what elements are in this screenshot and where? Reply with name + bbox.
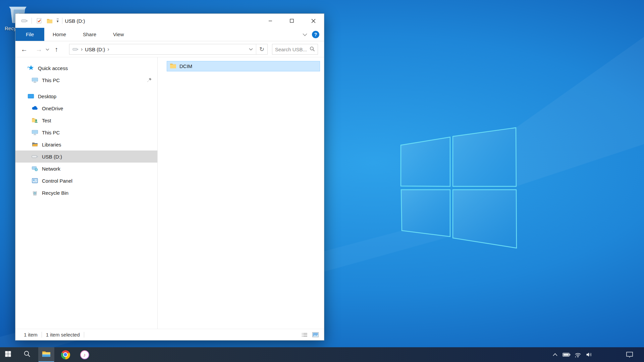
address-dropdown-chevron-icon[interactable] [246,44,256,54]
breadcrumb-chevron-icon[interactable]: › [81,46,83,52]
taskbar: ♪ [0,347,644,362]
navigation-bar: ← → ↑ › USB (D:) › ↻ [15,41,324,57]
taskbar-chrome-button[interactable] [57,347,73,362]
help-button[interactable]: ? [312,31,319,38]
search-box[interactable] [272,44,318,55]
sidebar-item-this-pc[interactable]: This PC [15,126,157,138]
sidebar-item-recycle-bin[interactable]: Recycle Bin [15,187,157,199]
window-main: Quick access This PC Desktop [15,57,324,329]
action-center-icon[interactable] [622,351,637,358]
network-icon [32,165,38,172]
ribbon-tabs: File Home Share View ? [15,28,324,41]
quick-access-star-icon [28,65,34,71]
file-item-name: DCIM [179,63,192,69]
large-icons-view-button[interactable] [311,331,319,339]
window-usb-drive-icon [21,17,28,24]
sidebar-item-control-panel[interactable]: Control Panel [15,175,157,187]
file-explorer-icon [42,351,51,359]
divider [84,332,84,338]
new-folder-button[interactable] [46,17,53,24]
sidebar-item-libraries[interactable]: Libraries [15,138,157,150]
sidebar-item-onedrive[interactable]: OneDrive [15,102,157,114]
breadcrumb-chevron-icon[interactable]: › [107,46,109,52]
up-button[interactable]: ↑ [55,46,58,53]
sidebar-item-usb-drive[interactable]: USB (D:) [15,150,157,163]
system-tray [549,347,644,362]
details-view-button[interactable] [301,331,309,339]
divider [62,18,62,24]
file-item-dcim[interactable]: DCIM [167,61,320,71]
battery-icon[interactable] [561,352,572,357]
libraries-icon [32,141,38,148]
search-icon [23,350,31,359]
navigation-pane: Quick access This PC Desktop [15,57,158,329]
quick-access-toolbar: ▾ [15,17,62,24]
divider [42,332,42,338]
status-bar: 1 item 1 item selected [15,329,324,340]
wifi-icon[interactable] [572,352,584,358]
file-explorer-window: ▾ USB (D:) File Home Share View ? [15,13,324,341]
item-count: 1 item [24,332,38,338]
search-icon[interactable] [310,46,315,53]
window-title: USB (D:) [65,18,85,24]
maximize-button[interactable] [281,14,303,28]
back-button[interactable]: ← [21,46,28,53]
taskbar-search-button[interactable] [19,347,35,362]
folder-icon [170,63,176,70]
start-button[interactable] [0,347,16,362]
usb-drive-icon [32,153,38,160]
recent-locations-chevron-icon[interactable] [46,46,49,52]
tab-home[interactable]: Home [44,28,74,41]
breadcrumb-segment[interactable]: USB (D:) [85,47,105,52]
sidebar-item-desktop[interactable]: Desktop [15,90,157,102]
customize-qat-dropdown-icon[interactable]: ▾ [57,19,59,23]
view-toggles [301,331,319,339]
tab-view[interactable]: View [105,28,132,41]
titlebar[interactable]: ▾ USB (D:) [15,14,324,28]
window-controls [260,14,324,28]
taskbar-file-explorer-button[interactable] [38,347,54,362]
sidebar-item-test[interactable]: Test [15,114,157,126]
itunes-icon: ♪ [80,350,89,359]
sidebar-item-this-pc-pinned[interactable]: This PC [15,74,157,86]
ribbon-right-controls: ? [303,28,319,41]
user-folder-icon [32,117,38,124]
expand-ribbon-chevron-icon[interactable] [303,32,307,38]
hidden-icons-chevron-icon[interactable] [549,353,561,356]
sidebar-item-network[interactable]: Network [15,163,157,175]
onedrive-cloud-icon [32,105,38,112]
address-usb-drive-icon [72,47,78,52]
properties-button[interactable] [35,17,43,24]
tab-share[interactable]: Share [74,28,105,41]
volume-icon[interactable] [584,352,595,357]
selection-status: 1 item selected [46,332,80,338]
search-input[interactable] [275,47,308,52]
computer-icon [32,129,38,136]
taskbar-itunes-button[interactable]: ♪ [76,347,93,362]
divider [32,18,32,24]
sidebar-item-quick-access[interactable]: Quick access [15,62,157,74]
control-panel-icon [32,177,38,184]
breadcrumb[interactable]: › USB (D:) › [69,44,246,54]
minimize-button[interactable] [260,14,281,28]
address-bar[interactable]: › USB (D:) › ↻ [69,44,268,55]
close-button[interactable] [303,14,324,28]
computer-icon [32,77,38,83]
pin-icon [147,77,152,83]
file-list: DCIM [158,57,324,329]
tab-file[interactable]: File [15,28,44,41]
desktop-icon [28,93,34,100]
windows-start-icon [5,351,11,358]
refresh-button[interactable]: ↻ [256,44,267,54]
forward-button[interactable]: → [36,46,42,53]
chrome-icon [61,350,70,359]
recycle-bin-icon [32,189,38,196]
